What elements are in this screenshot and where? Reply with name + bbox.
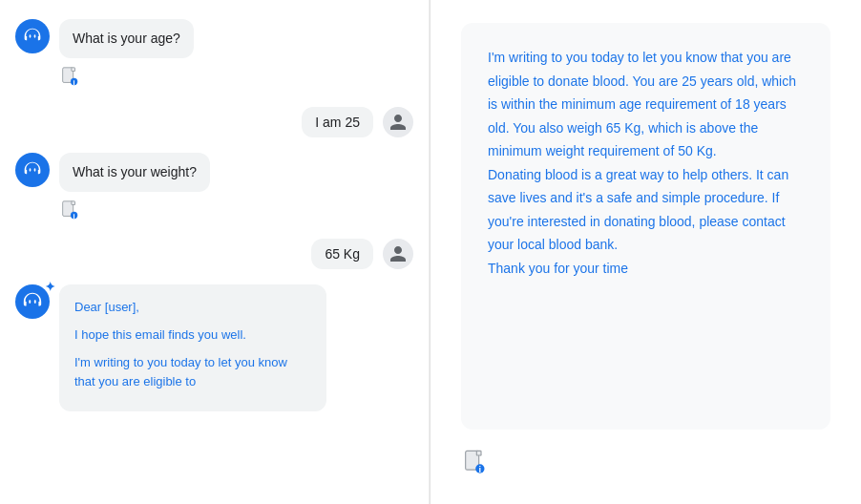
person-icon-2 [388, 244, 408, 263]
document-icon-2: i [59, 200, 80, 220]
user-avatar-1 [383, 107, 413, 137]
email-line-3: I'm writing to you today to let you know… [74, 353, 311, 393]
svg-text:i: i [479, 465, 482, 474]
headset-icon-3 [22, 291, 43, 312]
bot-avatar-2 [15, 153, 50, 187]
svg-rect-5 [72, 201, 75, 205]
user-message-weight: 65 Kg [15, 239, 413, 269]
bot-avatar-1 [15, 19, 50, 53]
doc-icon-row-2: i [59, 200, 413, 223]
svg-rect-9 [476, 451, 481, 455]
bot-bubble-age: What is your age? [59, 19, 194, 58]
email-paragraph-2: Donating blood is a great way to help ot… [488, 163, 804, 257]
bot-bubble-weight: What is your weight? [59, 153, 210, 192]
headset-icon-2 [23, 160, 42, 179]
email-line-1: Dear [user], [74, 298, 311, 318]
bot-message-weight: What is your weight? [15, 153, 413, 192]
user-avatar-2 [383, 239, 413, 269]
doc-icon-1: i [59, 66, 80, 92]
sparkle-icon: ✦ [45, 281, 55, 293]
email-closing: Thank you for your time [488, 257, 804, 281]
document-icon-right: i [461, 449, 488, 475]
email-paragraph-1: I'm writing to you today to let you know… [488, 46, 804, 163]
email-content-box: I'm writing to you today to let you know… [461, 23, 830, 430]
email-panel: I'm writing to you today to let you know… [430, 0, 861, 504]
person-icon-1 [388, 113, 408, 132]
svg-text:i: i [74, 212, 75, 220]
doc-icon-row-1: i [59, 66, 413, 92]
doc-icon-right: i [461, 449, 830, 481]
headset-icon [23, 27, 42, 46]
bot-message-email: ✦ Dear [user], I hope this email finds y… [15, 284, 413, 411]
svg-rect-1 [72, 68, 75, 72]
email-line-2: I hope this email finds you well. [74, 326, 311, 346]
user-bubble-age: I am 25 [302, 107, 373, 137]
chat-panel[interactable]: What is your age? i I am 25 [0, 0, 430, 504]
bot-email-bubble: Dear [user], I hope this email finds you… [59, 284, 326, 411]
bot-message-age: What is your age? [15, 19, 413, 58]
document-icon-1: i [59, 66, 80, 87]
bot-avatar-sparkle-wrapper: ✦ [15, 284, 50, 319]
doc-icon-2: i [59, 200, 80, 223]
svg-text:i: i [74, 78, 75, 87]
user-message-age: I am 25 [15, 107, 413, 137]
user-bubble-weight: 65 Kg [311, 239, 373, 269]
